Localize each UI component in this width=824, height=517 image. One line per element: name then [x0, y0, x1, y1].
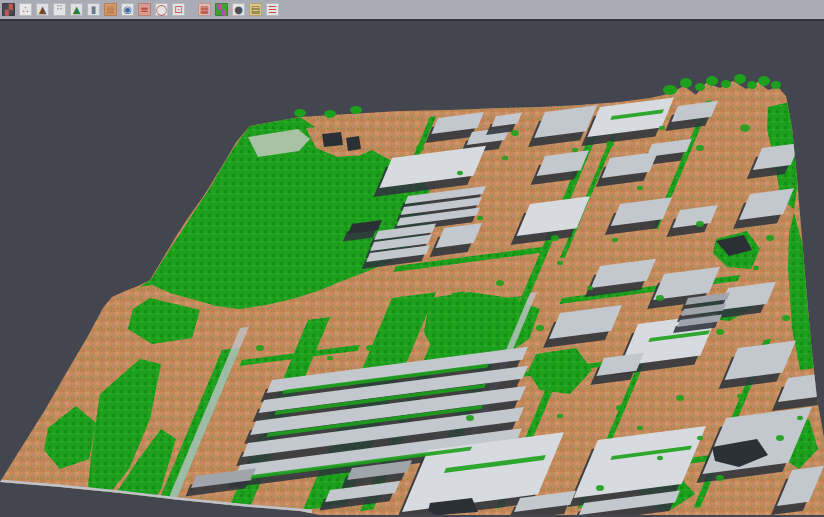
ground-class-icon[interactable]: ▦ [104, 3, 117, 16]
tree-speckle [659, 126, 665, 131]
skyline-tree [721, 80, 731, 88]
tree-speckle [766, 235, 774, 241]
skyline-tree [663, 85, 677, 95]
skyline-tree [680, 78, 692, 88]
toolbar-separator [189, 2, 194, 17]
tree-speckle [656, 295, 664, 301]
tree-speckle [587, 286, 593, 291]
tree-speckle [797, 416, 803, 421]
crop-tool-icon[interactable]: ⊡ [172, 3, 185, 16]
layers-icon[interactable]: ≡ [138, 3, 151, 16]
tree-speckle [366, 345, 374, 351]
tree-speckle [557, 414, 563, 419]
tree-speckle [612, 238, 618, 243]
tree-speckle [327, 356, 333, 361]
tree-speckle [740, 124, 750, 132]
column-icon[interactable]: ▮ [87, 3, 100, 16]
tree-speckle [616, 405, 624, 411]
skyline-tree [706, 76, 718, 86]
tree-speckle [657, 456, 663, 461]
3d-viewport[interactable] [0, 21, 824, 515]
tree-speckle [753, 266, 759, 271]
tree-speckle [551, 235, 559, 241]
tree-speckle [782, 315, 790, 321]
align-points-icon[interactable]: ∴ [19, 3, 32, 16]
tree-speckle [502, 156, 508, 161]
tree-speckle [496, 280, 504, 286]
tree-speckle [697, 436, 703, 441]
tree-speckle [637, 426, 643, 431]
remove-icon[interactable]: ☰ [266, 3, 279, 16]
tree-speckle [776, 435, 784, 441]
tree-speckle [256, 345, 264, 351]
tree-speckle [596, 485, 604, 491]
skyline-tree [758, 76, 770, 86]
skyline-tree [350, 106, 362, 114]
skyline-tree [695, 83, 705, 91]
skyline-tree [771, 81, 781, 89]
tree-speckle [557, 261, 563, 266]
tree-speckle [696, 221, 704, 227]
tree-speckle [511, 130, 519, 136]
skyline-tree [734, 74, 746, 84]
tree-speckle [466, 415, 474, 421]
main-toolbar: ▞∴▲⠛▲▮▦◉≡◯⊡▦▚●▤☰ [0, 0, 824, 21]
tree-speckle [696, 145, 704, 151]
skyline-tree [294, 109, 306, 117]
tree-speckle [457, 171, 463, 176]
tree-speckle [572, 148, 578, 153]
tree-speckle [637, 186, 643, 191]
vegetation-icon[interactable]: ▲ [70, 3, 83, 16]
sphere-icon[interactable]: ● [232, 3, 245, 16]
tree-speckle [477, 216, 483, 221]
grid-tool-icon[interactable]: ▦ [198, 3, 211, 16]
application-window: ▞∴▲⠛▲▮▦◉≡◯⊡▦▚●▤☰ [0, 0, 824, 517]
terrain-icon[interactable]: ▲ [36, 3, 49, 16]
tree-speckle [716, 475, 724, 481]
tree-speckle [606, 141, 614, 147]
circle-tool-icon[interactable]: ◯ [155, 3, 168, 16]
tree-speckle [416, 145, 424, 151]
dark-structure [322, 132, 343, 147]
measure-icon[interactable]: ▤ [249, 3, 262, 16]
tree-speckle [536, 325, 544, 331]
sparse-points-icon[interactable]: ⠛ [53, 3, 66, 16]
tree-speckle [737, 394, 743, 399]
dark-structure [346, 136, 361, 151]
skyline-tree [324, 110, 336, 118]
open-cloud-icon[interactable]: ▞ [2, 3, 15, 16]
skyline-tree [747, 81, 757, 89]
scene-svg[interactable] [0, 21, 824, 515]
tree-speckle [676, 395, 684, 401]
tree-speckle [716, 329, 724, 335]
globe-icon[interactable]: ◉ [121, 3, 134, 16]
classification-colors-icon[interactable]: ▚ [215, 3, 228, 16]
